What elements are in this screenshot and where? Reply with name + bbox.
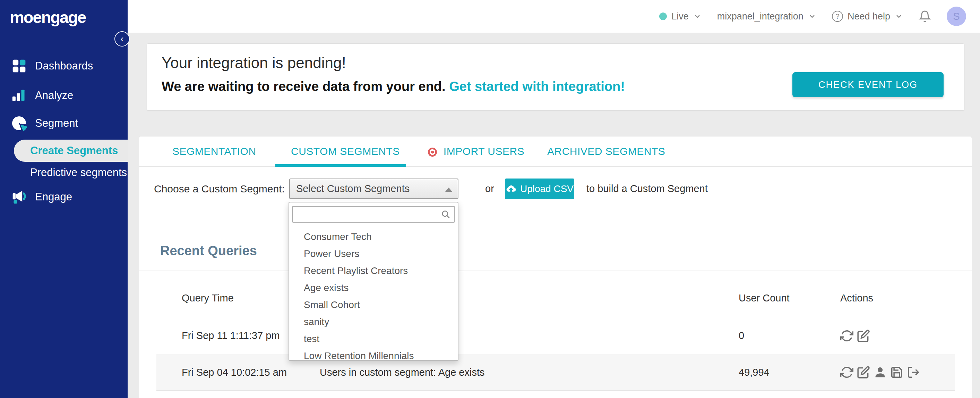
banner-message-text: We are waiting to receive data from your… (162, 79, 445, 94)
upload-csv-label: Upload CSV (520, 183, 574, 195)
edit-icon[interactable] (857, 329, 870, 342)
sidebar-item-predictive-segments[interactable]: Predictive segments (0, 161, 127, 184)
get-started-link[interactable]: Get started with integration! (449, 79, 625, 94)
tab-custom-segments[interactable]: CUSTOM SEGMENTS (291, 136, 400, 166)
analyze-bars-icon (11, 88, 27, 103)
user-count-cell: 49,994 (739, 354, 770, 390)
need-help-label: Need help (848, 11, 890, 22)
sidebar-item-segment[interactable]: Segment (0, 112, 127, 134)
chevron-up-icon (445, 187, 452, 192)
banner-message: We are waiting to receive data from your… (162, 79, 625, 94)
row-actions (840, 317, 870, 354)
sidebar: moengage ‹ Dashboards Anal (0, 0, 127, 398)
custom-segment-select[interactable]: Select Custom Segments (289, 179, 458, 199)
moengage-logo: moengage (10, 8, 86, 27)
or-text: or (485, 179, 494, 199)
moengage-app: Live mixpanel_integration ? Need help S … (0, 0, 980, 398)
sidebar-item-label: Dashboards (35, 60, 93, 72)
query-time-cell: Fri Sep 04 10:02:15 am (182, 354, 287, 390)
column-header-actions: Actions (840, 289, 873, 307)
sidebar-item-label: Create Segments (30, 144, 118, 157)
upload-csv-button[interactable]: Upload CSV (505, 179, 574, 199)
sidebar-collapse-button[interactable]: ‹ (115, 31, 130, 46)
column-header-query-time: Query Time (182, 289, 234, 307)
segment-pie-icon (11, 116, 27, 131)
query-time-cell: Fri Sep 11 1:11:37 pm (182, 317, 280, 354)
segment-chooser-row: Choose a Custom Segment: Select Custom S… (154, 179, 972, 199)
dashboards-grid-icon (11, 58, 27, 74)
dropdown-option-list: Consumer Tech Power Users Recent Playlis… (289, 228, 458, 364)
sidebar-item-label: Segment (35, 117, 78, 129)
custom-segment-select-value: Select Custom Segments (296, 183, 410, 194)
refresh-icon[interactable] (840, 329, 853, 342)
tab-import-users[interactable]: IMPORT USERS (428, 136, 524, 166)
app-selector[interactable]: mixpanel_integration (717, 11, 816, 22)
engage-megaphone-icon (11, 189, 27, 205)
column-header-user-count: User Count (739, 289, 790, 307)
search-input[interactable] (292, 206, 455, 223)
sidebar-item-engage[interactable]: Engage (0, 186, 127, 208)
sidebar-item-dashboards[interactable]: Dashboards (0, 55, 127, 77)
table-row: Fri Sep 04 10:02:15 am Users in custom s… (156, 354, 955, 391)
tab-archived-segments[interactable]: ARCHIVED SEGMENTS (547, 136, 665, 166)
dropdown-option[interactable]: Recent Playlist Creators (289, 262, 458, 279)
recent-queries-title: Recent Queries (160, 243, 257, 258)
tab-segmentation[interactable]: SEGMENTATION (172, 136, 256, 166)
cloud-upload-icon (506, 183, 517, 195)
custom-segment-dropdown: Consumer Tech Power Users Recent Playlis… (288, 202, 458, 361)
environment-label: Live (671, 11, 689, 22)
sidebar-item-create-segments[interactable]: Create Segments (14, 140, 127, 162)
choose-segment-label: Choose a Custom Segment: (154, 179, 285, 199)
sidebar-item-label: Analyze (35, 89, 73, 102)
banner-title: Your integration is pending! (162, 54, 346, 72)
active-tab-underline (275, 164, 406, 167)
sidebar-item-label: Predictive segments (30, 166, 127, 179)
dropdown-option[interactable]: Power Users (289, 245, 458, 262)
user-avatar[interactable]: S (947, 6, 966, 26)
sidebar-item-label: Engage (35, 191, 72, 203)
export-icon[interactable] (907, 366, 920, 379)
edit-icon[interactable] (857, 366, 870, 379)
chevron-down-icon (895, 12, 903, 21)
topbar: Live mixpanel_integration ? Need help S (127, 0, 980, 33)
user-icon[interactable] (873, 366, 887, 379)
integration-pending-banner: Your integration is pending! We are wait… (147, 43, 964, 110)
help-icon: ? (832, 11, 843, 22)
dropdown-option[interactable]: Age exists (289, 279, 458, 296)
need-help-menu[interactable]: ? Need help (832, 11, 903, 22)
dropdown-option[interactable]: Consumer Tech (289, 228, 458, 245)
notifications-bell-icon[interactable] (919, 10, 931, 22)
tab-import-users-label: IMPORT USERS (444, 145, 524, 157)
dropdown-option[interactable]: sanity (289, 313, 458, 330)
dropdown-option[interactable]: Low Retention Millennials (289, 347, 458, 364)
row-actions (840, 354, 920, 390)
build-segment-suffix-text: to build a Custom Segment (586, 179, 708, 199)
refresh-icon[interactable] (840, 366, 853, 379)
dropdown-option[interactable]: Small Cohort (289, 296, 458, 313)
save-icon[interactable] (890, 366, 904, 379)
dropdown-search (292, 206, 455, 223)
tab-bar: SEGMENTATION CUSTOM SEGMENTS IMPORT USER… (139, 136, 972, 167)
chevron-down-icon (693, 12, 702, 21)
sidebar-item-analyze[interactable]: Analyze (0, 85, 127, 107)
check-event-log-button[interactable]: CHECK EVENT LOG (792, 72, 943, 97)
environment-selector[interactable]: Live (659, 11, 702, 22)
user-count-cell: 0 (739, 317, 744, 354)
import-users-red-dot-icon (428, 148, 437, 157)
table-top-rule (139, 270, 972, 271)
live-status-dot (659, 13, 667, 20)
segments-card: SEGMENTATION CUSTOM SEGMENTS IMPORT USER… (139, 136, 972, 398)
app-selector-label: mixpanel_integration (717, 11, 803, 22)
search-icon (441, 209, 450, 219)
chevron-down-icon (808, 12, 816, 21)
dropdown-option[interactable]: test (289, 330, 458, 347)
table-row: Fri Sep 11 1:11:37 pm 0 (156, 317, 955, 354)
